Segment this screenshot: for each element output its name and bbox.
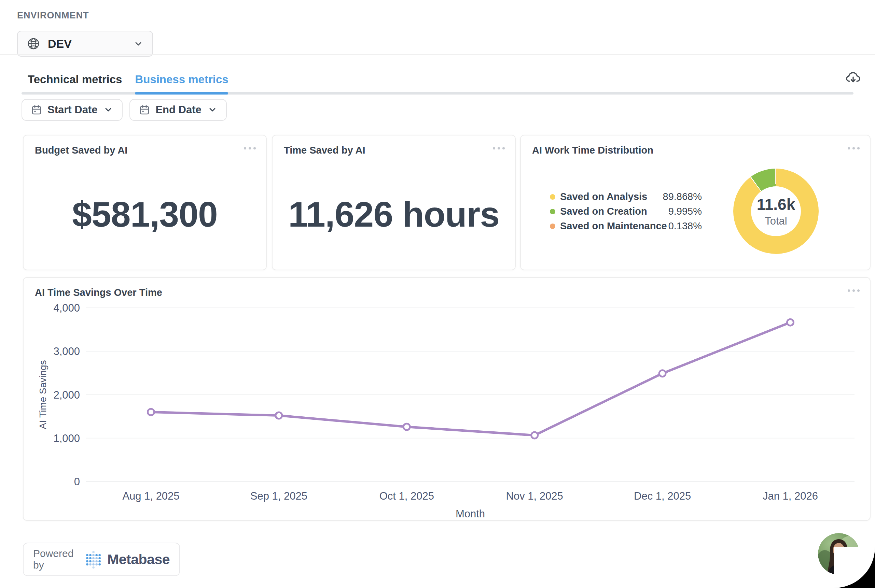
- tab-underline-track: [21, 92, 854, 94]
- legend-item[interactable]: Saved on Analysis89.868%: [550, 189, 702, 204]
- card-work-time-distribution: AI Work Time Distribution Saved on Analy…: [520, 135, 870, 270]
- donut-total-value: 11.6k: [757, 195, 795, 214]
- environment-label: ENVIRONMENT: [17, 10, 89, 21]
- tab-active-underline: [135, 92, 228, 94]
- x-tick-label: Nov 1, 2025: [506, 490, 563, 502]
- end-date-filter[interactable]: End Date: [129, 99, 226, 121]
- end-date-label: End Date: [155, 104, 201, 116]
- data-point-marker[interactable]: [787, 319, 794, 326]
- y-tick-label: 3,000: [53, 345, 80, 357]
- header-divider: [0, 54, 875, 55]
- legend-label: Saved on Creation: [560, 206, 668, 217]
- card-budget-saved: Budget Saved by AI $581,300: [23, 135, 267, 270]
- legend-label: Saved on Maintenance: [560, 220, 668, 232]
- legend-value: 89.868%: [663, 191, 702, 202]
- metabase-logo: [85, 549, 102, 570]
- pie-legend: Saved on Analysis89.868%Saved on Creatio…: [550, 189, 702, 233]
- legend-item[interactable]: Saved on Creation9.995%: [550, 204, 702, 219]
- budget-saved-value: $581,300: [72, 194, 218, 235]
- y-axis-title: AI Time Savings: [38, 360, 48, 429]
- calendar-icon: [139, 104, 150, 116]
- card-title: Budget Saved by AI: [35, 145, 128, 156]
- x-tick-label: Jan 1, 2026: [763, 490, 818, 502]
- x-tick-label: Sep 1, 2025: [250, 490, 307, 502]
- cloud-download-icon[interactable]: [845, 70, 861, 86]
- legend-item[interactable]: Saved on Maintenance0.138%: [550, 219, 702, 233]
- y-tick-label: 0: [74, 476, 80, 488]
- data-point-marker[interactable]: [403, 423, 410, 430]
- x-axis-title: Month: [456, 508, 485, 520]
- line-chart: 01,0002,0003,0004,000AI Time SavingsAug …: [24, 278, 870, 520]
- y-tick-label: 2,000: [53, 389, 80, 401]
- tab-technical-metrics[interactable]: Technical metrics: [28, 73, 122, 89]
- legend-color-dot: [550, 209, 555, 214]
- ellipsis-icon[interactable]: [493, 147, 505, 150]
- start-date-filter[interactable]: Start Date: [21, 99, 123, 121]
- x-tick-label: Aug 1, 2025: [122, 490, 179, 502]
- data-point-marker[interactable]: [659, 370, 666, 377]
- donut-center: 11.6k Total: [751, 186, 801, 236]
- data-point-marker[interactable]: [276, 412, 282, 419]
- legend-color-dot: [550, 224, 555, 229]
- powered-by-text: Powered by: [33, 548, 78, 571]
- y-tick-label: 4,000: [53, 302, 80, 314]
- y-tick-label: 1,000: [53, 432, 80, 444]
- chevron-down-icon: [133, 39, 143, 49]
- tab-business-metrics[interactable]: Business metrics: [135, 73, 228, 89]
- tab-bar: Technical metrics Business metrics: [28, 73, 242, 89]
- calendar-icon: [31, 104, 42, 116]
- time-saved-value: 11,626 hours: [288, 194, 499, 235]
- donut-chart[interactable]: 11.6k Total: [733, 169, 819, 254]
- metabase-wordmark: Metabase: [107, 552, 170, 567]
- legend-value: 0.138%: [668, 220, 702, 232]
- start-date-label: Start Date: [48, 104, 97, 116]
- environment-value: DEV: [48, 37, 133, 51]
- ellipsis-icon[interactable]: [848, 147, 860, 150]
- card-time-saved: Time Saved by AI 11,626 hours: [272, 135, 516, 270]
- card-title: Time Saved by AI: [284, 145, 365, 156]
- powered-by-metabase-link[interactable]: Powered by Metabase: [23, 543, 180, 576]
- card-title: AI Work Time Distribution: [532, 145, 653, 156]
- legend-value: 9.995%: [668, 206, 702, 217]
- x-tick-label: Dec 1, 2025: [634, 490, 691, 502]
- data-point-marker[interactable]: [148, 409, 154, 416]
- environment-select[interactable]: DEV: [17, 31, 153, 57]
- chevron-down-icon: [207, 105, 217, 115]
- data-point-marker[interactable]: [531, 432, 538, 438]
- legend-color-dot: [550, 194, 555, 200]
- dashboard-page: ENVIRONMENT DEV Technical metrics Busine…: [0, 0, 875, 588]
- x-tick-label: Oct 1, 2025: [379, 490, 434, 502]
- series-line: [151, 322, 790, 435]
- globe-icon: [27, 37, 40, 51]
- card-time-savings-over-time: AI Time Savings Over Time 01,0002,0003,0…: [23, 277, 870, 521]
- ellipsis-icon[interactable]: [244, 147, 256, 150]
- donut-total-label: Total: [765, 215, 787, 227]
- filter-bar: Start Date End Date: [21, 99, 227, 121]
- legend-label: Saved on Analysis: [560, 191, 663, 202]
- chevron-down-icon: [104, 105, 113, 115]
